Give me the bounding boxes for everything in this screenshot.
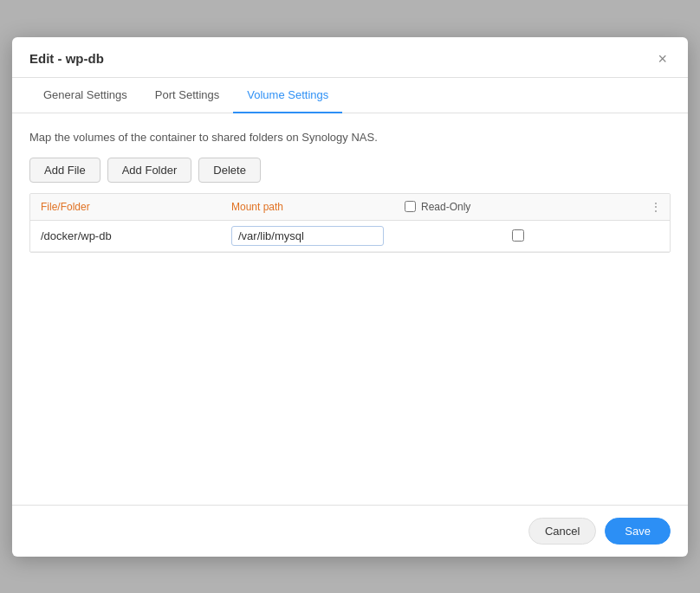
file-folder-value: /docker/wp-db	[41, 229, 112, 242]
description-text: Map the volumes of the container to shar…	[29, 131, 671, 144]
menu-dots-icon[interactable]: ⋮	[651, 201, 661, 213]
volume-table: File/Folder Mount path Read-Only ⋮ /dock…	[29, 193, 671, 253]
tab-bar: General Settings Port Settings Volume Se…	[12, 78, 688, 113]
table-row: /docker/wp-db	[30, 221, 670, 252]
toolbar: Add File Add Folder Delete	[29, 158, 671, 183]
add-folder-button[interactable]: Add Folder	[107, 158, 192, 183]
cell-file-folder: /docker/wp-db	[30, 224, 221, 248]
cancel-button[interactable]: Cancel	[528, 518, 596, 545]
add-file-button[interactable]: Add File	[29, 158, 100, 183]
col-header-read-only: Read-Only	[394, 194, 642, 220]
dialog-body: Map the volumes of the container to shar…	[12, 113, 688, 505]
read-only-header-label: Read-Only	[421, 201, 470, 213]
col-header-menu: ⋮	[642, 194, 670, 220]
tab-volume-settings[interactable]: Volume Settings	[233, 78, 342, 113]
tab-general-settings[interactable]: General Settings	[29, 78, 141, 113]
close-button[interactable]: ×	[654, 49, 671, 68]
read-only-header-checkbox[interactable]	[405, 201, 416, 212]
mount-path-input[interactable]	[231, 226, 384, 246]
table-header: File/Folder Mount path Read-Only ⋮	[30, 194, 670, 221]
cell-mount-path[interactable]	[221, 221, 394, 251]
cell-menu	[642, 230, 670, 241]
col-header-file-folder: File/Folder	[30, 194, 221, 220]
delete-button[interactable]: Delete	[198, 158, 261, 183]
cell-read-only	[394, 224, 642, 247]
read-only-checkbox[interactable]	[512, 229, 524, 242]
dialog-header: Edit - wp-db ×	[12, 37, 688, 78]
dialog-title: Edit - wp-db	[29, 51, 104, 66]
save-button[interactable]: Save	[605, 518, 671, 545]
dialog-footer: Cancel Save	[12, 505, 688, 557]
edit-dialog: Edit - wp-db × General Settings Port Set…	[12, 37, 688, 557]
col-header-mount-path: Mount path	[221, 194, 394, 220]
tab-port-settings[interactable]: Port Settings	[141, 78, 233, 113]
